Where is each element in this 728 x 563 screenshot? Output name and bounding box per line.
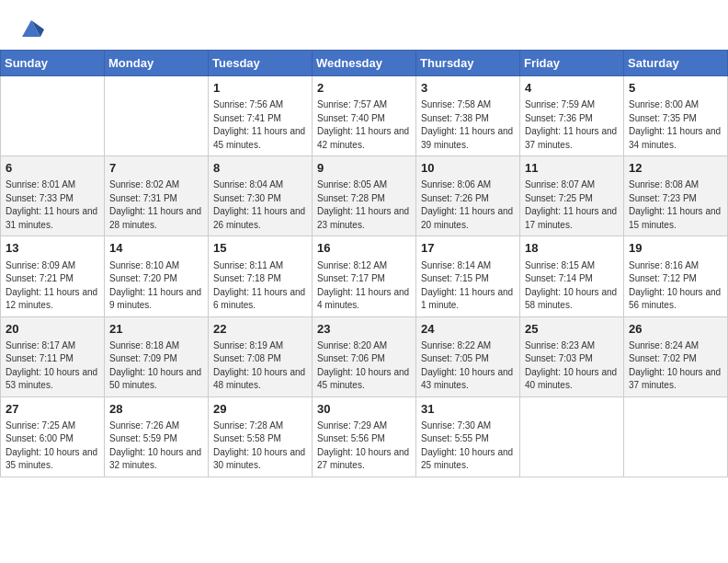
- day-number: 9: [317, 160, 411, 177]
- calendar-cell: [520, 396, 624, 477]
- day-number: 30: [317, 401, 411, 418]
- calendar-week-row: 13Sunrise: 8:09 AM Sunset: 7:21 PM Dayli…: [1, 236, 728, 316]
- logo: [17, 11, 44, 40]
- calendar-cell: 31Sunrise: 7:30 AM Sunset: 5:55 PM Dayli…: [416, 396, 520, 477]
- calendar-cell: 19Sunrise: 8:16 AM Sunset: 7:12 PM Dayli…: [624, 236, 728, 316]
- day-info: Sunrise: 7:28 AM Sunset: 5:58 PM Dayligh…: [213, 419, 307, 473]
- calendar-cell: 21Sunrise: 8:18 AM Sunset: 7:09 PM Dayli…: [105, 316, 209, 396]
- day-number: 13: [6, 240, 99, 257]
- calendar-cell: 9Sunrise: 8:05 AM Sunset: 7:28 PM Daylig…: [313, 156, 416, 236]
- day-number: 28: [109, 401, 203, 418]
- day-number: 19: [629, 240, 722, 257]
- day-info: Sunrise: 8:16 AM Sunset: 7:12 PM Dayligh…: [629, 259, 722, 313]
- day-number: 29: [213, 401, 307, 418]
- day-info: Sunrise: 7:26 AM Sunset: 5:59 PM Dayligh…: [109, 419, 203, 473]
- calendar-cell: 16Sunrise: 8:12 AM Sunset: 7:17 PM Dayli…: [313, 236, 416, 316]
- logo-icon: [18, 15, 44, 40]
- day-number: 22: [213, 321, 307, 338]
- calendar-cell: 7Sunrise: 8:02 AM Sunset: 7:31 PM Daylig…: [105, 156, 209, 236]
- day-info: Sunrise: 7:30 AM Sunset: 5:55 PM Dayligh…: [421, 419, 515, 473]
- calendar-cell: 20Sunrise: 8:17 AM Sunset: 7:11 PM Dayli…: [1, 316, 105, 396]
- calendar-cell: 2Sunrise: 7:57 AM Sunset: 7:40 PM Daylig…: [313, 76, 416, 156]
- calendar-cell: 25Sunrise: 8:23 AM Sunset: 7:03 PM Dayli…: [520, 316, 624, 396]
- calendar-cell: [105, 76, 209, 156]
- day-info: Sunrise: 7:29 AM Sunset: 5:56 PM Dayligh…: [317, 419, 411, 473]
- day-info: Sunrise: 8:01 AM Sunset: 7:33 PM Dayligh…: [6, 178, 99, 232]
- calendar-cell: 23Sunrise: 8:20 AM Sunset: 7:06 PM Dayli…: [313, 316, 416, 396]
- day-number: 3: [421, 80, 515, 97]
- day-info: Sunrise: 8:18 AM Sunset: 7:09 PM Dayligh…: [109, 339, 203, 393]
- calendar-week-row: 1Sunrise: 7:56 AM Sunset: 7:41 PM Daylig…: [1, 76, 728, 156]
- calendar-cell: 22Sunrise: 8:19 AM Sunset: 7:08 PM Dayli…: [209, 316, 313, 396]
- calendar-cell: 28Sunrise: 7:26 AM Sunset: 5:59 PM Dayli…: [105, 396, 209, 477]
- day-number: 23: [317, 321, 411, 338]
- day-info: Sunrise: 8:02 AM Sunset: 7:31 PM Dayligh…: [109, 178, 203, 232]
- day-info: Sunrise: 7:59 AM Sunset: 7:36 PM Dayligh…: [525, 98, 619, 152]
- page: SundayMondayTuesdayWednesdayThursdayFrid…: [0, 0, 728, 563]
- day-info: Sunrise: 8:14 AM Sunset: 7:15 PM Dayligh…: [421, 259, 515, 313]
- calendar-cell: 4Sunrise: 7:59 AM Sunset: 7:36 PM Daylig…: [520, 76, 624, 156]
- day-info: Sunrise: 8:11 AM Sunset: 7:18 PM Dayligh…: [213, 259, 307, 313]
- calendar-cell: [624, 396, 728, 477]
- calendar-cell: 13Sunrise: 8:09 AM Sunset: 7:21 PM Dayli…: [1, 236, 105, 316]
- day-number: 1: [213, 80, 307, 97]
- calendar-week-row: 6Sunrise: 8:01 AM Sunset: 7:33 PM Daylig…: [1, 156, 728, 236]
- day-info: Sunrise: 8:23 AM Sunset: 7:03 PM Dayligh…: [525, 339, 619, 393]
- header: [0, 0, 728, 46]
- calendar-cell: 27Sunrise: 7:25 AM Sunset: 6:00 PM Dayli…: [1, 396, 105, 477]
- day-number: 17: [421, 240, 515, 257]
- day-number: 7: [109, 160, 203, 177]
- day-number: 25: [525, 321, 619, 338]
- calendar-cell: 6Sunrise: 8:01 AM Sunset: 7:33 PM Daylig…: [1, 156, 105, 236]
- day-info: Sunrise: 8:12 AM Sunset: 7:17 PM Dayligh…: [317, 259, 411, 313]
- day-info: Sunrise: 8:10 AM Sunset: 7:20 PM Dayligh…: [109, 259, 203, 313]
- day-number: 21: [109, 321, 203, 338]
- day-info: Sunrise: 7:58 AM Sunset: 7:38 PM Dayligh…: [421, 98, 515, 152]
- day-info: Sunrise: 8:08 AM Sunset: 7:23 PM Dayligh…: [629, 178, 722, 232]
- calendar-cell: 3Sunrise: 7:58 AM Sunset: 7:38 PM Daylig…: [416, 76, 520, 156]
- day-info: Sunrise: 8:00 AM Sunset: 7:35 PM Dayligh…: [629, 98, 722, 152]
- day-header-friday: Friday: [520, 51, 624, 76]
- calendar-cell: 17Sunrise: 8:14 AM Sunset: 7:15 PM Dayli…: [416, 236, 520, 316]
- day-header-sunday: Sunday: [1, 51, 105, 76]
- day-number: 11: [525, 160, 619, 177]
- calendar-cell: 18Sunrise: 8:15 AM Sunset: 7:14 PM Dayli…: [520, 236, 624, 316]
- day-number: 31: [421, 401, 515, 418]
- day-info: Sunrise: 8:24 AM Sunset: 7:02 PM Dayligh…: [629, 339, 722, 393]
- calendar-cell: 8Sunrise: 8:04 AM Sunset: 7:30 PM Daylig…: [209, 156, 313, 236]
- day-number: 14: [109, 240, 203, 257]
- day-header-monday: Monday: [105, 51, 209, 76]
- day-info: Sunrise: 7:25 AM Sunset: 6:00 PM Dayligh…: [6, 419, 99, 473]
- day-header-tuesday: Tuesday: [209, 51, 313, 76]
- calendar-cell: 1Sunrise: 7:56 AM Sunset: 7:41 PM Daylig…: [209, 76, 313, 156]
- day-info: Sunrise: 8:09 AM Sunset: 7:21 PM Dayligh…: [6, 259, 99, 313]
- day-number: 8: [213, 160, 307, 177]
- day-number: 12: [629, 160, 722, 177]
- day-info: Sunrise: 8:04 AM Sunset: 7:30 PM Dayligh…: [213, 178, 307, 232]
- calendar-week-row: 27Sunrise: 7:25 AM Sunset: 6:00 PM Dayli…: [1, 396, 728, 477]
- day-info: Sunrise: 8:22 AM Sunset: 7:05 PM Dayligh…: [421, 339, 515, 393]
- day-info: Sunrise: 8:15 AM Sunset: 7:14 PM Dayligh…: [525, 259, 619, 313]
- calendar-cell: 10Sunrise: 8:06 AM Sunset: 7:26 PM Dayli…: [416, 156, 520, 236]
- calendar-cell: 30Sunrise: 7:29 AM Sunset: 5:56 PM Dayli…: [313, 396, 416, 477]
- day-header-saturday: Saturday: [624, 51, 728, 76]
- calendar-cell: 29Sunrise: 7:28 AM Sunset: 5:58 PM Dayli…: [209, 396, 313, 477]
- calendar-cell: 15Sunrise: 8:11 AM Sunset: 7:18 PM Dayli…: [209, 236, 313, 316]
- calendar-cell: 26Sunrise: 8:24 AM Sunset: 7:02 PM Dayli…: [624, 316, 728, 396]
- day-number: 18: [525, 240, 619, 257]
- day-info: Sunrise: 8:06 AM Sunset: 7:26 PM Dayligh…: [421, 178, 515, 232]
- day-number: 24: [421, 321, 515, 338]
- calendar-cell: [1, 76, 105, 156]
- day-number: 15: [213, 240, 307, 257]
- day-number: 6: [6, 160, 99, 177]
- day-info: Sunrise: 8:17 AM Sunset: 7:11 PM Dayligh…: [6, 339, 99, 393]
- day-info: Sunrise: 7:56 AM Sunset: 7:41 PM Dayligh…: [213, 98, 307, 152]
- day-header-thursday: Thursday: [416, 51, 520, 76]
- calendar-header-row: SundayMondayTuesdayWednesdayThursdayFrid…: [1, 51, 728, 76]
- day-number: 16: [317, 240, 411, 257]
- day-number: 27: [6, 401, 99, 418]
- day-number: 2: [317, 80, 411, 97]
- calendar-cell: 12Sunrise: 8:08 AM Sunset: 7:23 PM Dayli…: [624, 156, 728, 236]
- calendar-cell: 24Sunrise: 8:22 AM Sunset: 7:05 PM Dayli…: [416, 316, 520, 396]
- day-info: Sunrise: 8:20 AM Sunset: 7:06 PM Dayligh…: [317, 339, 411, 393]
